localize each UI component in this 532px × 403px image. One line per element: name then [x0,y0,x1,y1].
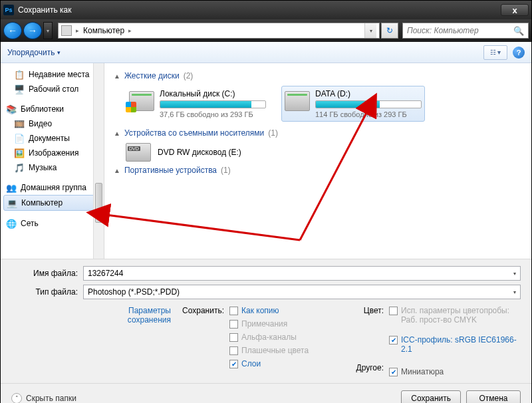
svg-line-0 [106,215,300,240]
annotation-arrows [1,1,532,403]
save-as-dialog: Ps Сохранить как x ← → ▾ ▸ Компьютер ▸ ▾… [0,0,532,403]
svg-line-1 [300,110,368,240]
